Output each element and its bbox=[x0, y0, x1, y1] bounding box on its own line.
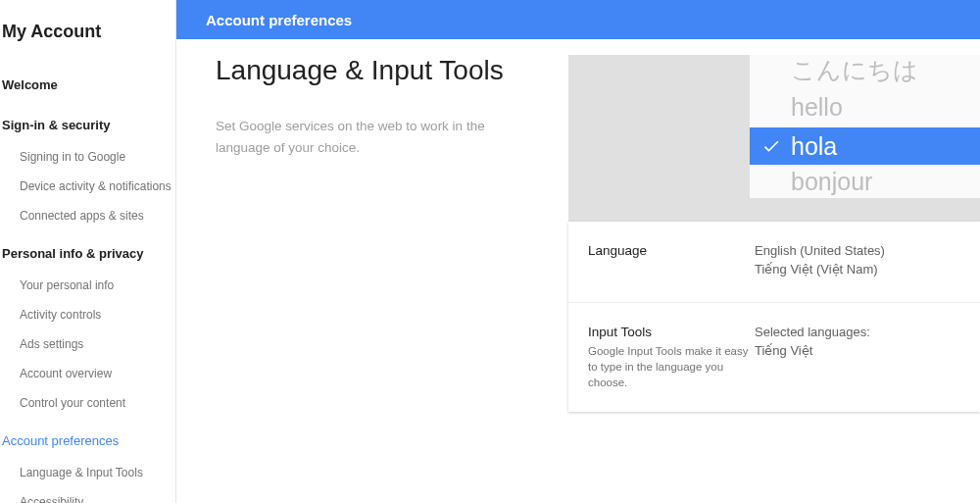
sidebar-item-control-content[interactable]: Control your content bbox=[0, 388, 175, 418]
page-description: Set Google services on the web to work i… bbox=[216, 116, 510, 158]
greeting-es-selected: hola bbox=[750, 127, 980, 165]
greeting-fr: bonjour bbox=[750, 165, 980, 198]
page-title: Language & Input Tools bbox=[216, 55, 568, 86]
input-tools-selected-label: Selected languages: bbox=[755, 325, 960, 339]
language-value-2: Tiếng Việt (Việt Nam) bbox=[755, 262, 960, 277]
check-icon bbox=[761, 136, 781, 156]
main-content: Account preferences Language & Input Too… bbox=[176, 0, 980, 503]
sidebar: My Account Welcome Sign-in & security Si… bbox=[0, 0, 176, 503]
sidebar-item-device-activity[interactable]: Device activity & notifications bbox=[0, 172, 175, 201]
sidebar-item-signing-in[interactable]: Signing in to Google bbox=[0, 142, 175, 172]
sidebar-section-signin[interactable]: Sign-in & security bbox=[0, 102, 175, 142]
language-values: English (United States) Tiếng Việt (Việt… bbox=[755, 243, 960, 280]
sidebar-section-welcome[interactable]: Welcome bbox=[0, 62, 175, 102]
language-value-1: English (United States) bbox=[755, 243, 960, 258]
sidebar-item-accessibility[interactable]: Accessibility bbox=[0, 487, 175, 503]
settings-card: Language English (United States) Tiếng V… bbox=[568, 222, 980, 412]
input-tools-selected-value: Tiếng Việt bbox=[755, 343, 960, 358]
header-bar: Account preferences bbox=[176, 0, 980, 39]
greeting-list: こんにちは hello hola bonjour bbox=[750, 55, 980, 198]
language-label: Language bbox=[588, 243, 755, 280]
sidebar-section-preferences[interactable]: Account preferences bbox=[0, 418, 175, 458]
sidebar-item-activity-controls[interactable]: Activity controls bbox=[0, 300, 175, 329]
header-title: Account preferences bbox=[206, 12, 352, 28]
sidebar-item-ads-settings[interactable]: Ads settings bbox=[0, 329, 175, 359]
sidebar-item-account-overview[interactable]: Account overview bbox=[0, 359, 175, 388]
sidebar-section-personal[interactable]: Personal info & privacy bbox=[0, 230, 175, 271]
input-tools-label: Input Tools Google Input Tools make it e… bbox=[588, 325, 755, 390]
input-tools-values: Selected languages: Tiếng Việt bbox=[755, 325, 960, 390]
sidebar-item-personal-info[interactable]: Your personal info bbox=[0, 271, 175, 300]
greeting-en: hello bbox=[750, 90, 980, 127]
greeting-jp: こんにちは bbox=[750, 55, 980, 90]
sidebar-item-language-input[interactable]: Language & Input Tools bbox=[0, 458, 175, 487]
card-row-language[interactable]: Language English (United States) Tiếng V… bbox=[568, 222, 980, 303]
sidebar-item-connected-apps[interactable]: Connected apps & sites bbox=[0, 201, 175, 230]
card-row-input-tools[interactable]: Input Tools Google Input Tools make it e… bbox=[568, 303, 980, 412]
brand-title: My Account bbox=[0, 0, 175, 62]
input-tools-sub: Google Input Tools make it easy to type … bbox=[588, 343, 755, 390]
